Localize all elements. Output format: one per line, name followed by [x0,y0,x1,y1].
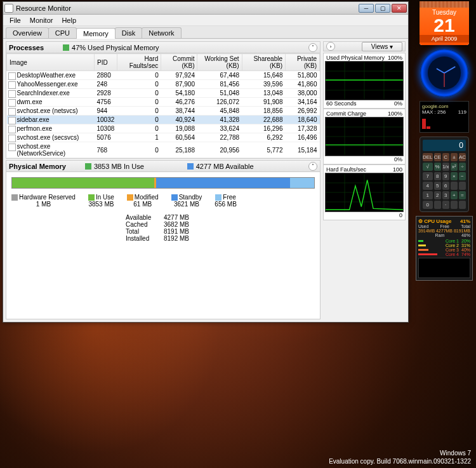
table-row[interactable]: svchost.exe (NetworkService)768025,18820… [7,142,320,158]
calc-key[interactable]: √ [423,163,433,171]
memory-stats: Available4277 MBCached3682 MBTotal8191 M… [126,214,315,242]
calc-key[interactable]: 9 [442,172,449,180]
in-use-indicator-icon [85,163,91,170]
column-header[interactable]: Image [7,54,95,71]
calendar-day: 21 [420,16,469,35]
cpu-usage-gadget[interactable]: ⚙ CPU Usage41% UsedFreeTotal 3914MB4277M… [416,216,473,281]
memory-usage-bar [11,177,315,189]
tab-cpu[interactable]: CPU [48,27,77,38]
column-header[interactable]: PID [95,54,117,71]
collapse-memory-button[interactable]: ˄ [308,162,317,171]
calendar-rings-icon [420,1,469,8]
calc-key[interactable]: 0 [423,201,433,209]
memory-legend: Hardware Reserved1 MBIn Use3853 MBModifi… [11,194,315,208]
close-button[interactable]: ✕ [392,4,407,13]
menu-help[interactable]: Help [58,16,80,25]
calc-key[interactable]: DEL [423,153,433,161]
memory-indicator-icon [63,44,69,51]
window-title: Resource Monitor [16,4,359,12]
processes-panel: Processes 47% Used Physical Memory ˄ Ima… [6,41,321,159]
collapse-graphs-button[interactable]: › [326,42,335,51]
calc-key[interactable]: % [434,163,441,171]
processes-title: Processes [9,44,44,51]
network-host: google.com [422,104,466,109]
tabbar: OverviewCPUMemoryDiskNetwork [3,26,408,39]
column-header[interactable]: Shareable (KB) [242,54,285,71]
memory-title: Physical Memory [9,163,66,170]
calendar-month: April 2009 [420,35,469,43]
menubar: File Monitor Help [3,15,408,26]
menu-monitor[interactable]: Monitor [26,16,57,25]
physical-memory-panel: Physical Memory 3853 MB In Use 4277 MB A… [6,160,321,319]
calc-key[interactable] [451,182,458,190]
clock-gadget[interactable] [420,49,468,97]
minimize-button[interactable]: ─ [359,4,374,13]
calc-key[interactable]: × [451,172,458,180]
windows-watermark: Windows 7 Evaluation copy. Build 7068.wi… [329,449,471,465]
calc-key[interactable]: CE [434,153,441,161]
calc-key[interactable]: AC [459,153,466,161]
table-row[interactable]: SearchIndexer.exe2928054,18051,04813,048… [7,89,320,98]
views-button[interactable]: Views ▾ [362,42,402,51]
graph-2: Hard Faults/sec1000 [323,164,406,220]
calculator-display: 0 [423,140,466,151]
calc-key[interactable] [459,182,466,190]
calc-key[interactable] [451,201,458,209]
column-header[interactable]: Hard Faults/sec [117,54,161,71]
calc-key[interactable]: · [442,201,449,209]
calc-key[interactable]: ÷ [459,163,466,171]
calc-key[interactable]: 8 [434,172,441,180]
calc-key[interactable]: ± [451,153,458,161]
processes-summary: 47% Used Physical Memory [72,44,159,51]
calc-key[interactable] [434,201,441,209]
available-label: 4277 MB Available [196,163,254,170]
processes-table[interactable]: ImagePIDHard Faults/secCommit (KB)Workin… [6,53,320,158]
calc-key[interactable]: 1 [423,191,433,199]
calc-key[interactable] [459,201,466,209]
table-row[interactable]: svchost.exe (secsvcs)5076160,56422,7886,… [7,133,320,142]
calculator-gadget[interactable]: 0 DELCEC±AC√%1/xx²÷789×−456123+=0· [420,137,469,212]
column-header[interactable]: Commit (KB) [161,54,197,71]
table-row[interactable]: DesktopWeather.exe2880097,92467,44815,64… [7,71,320,80]
calc-key[interactable]: 6 [442,182,449,190]
graph-0: Used Physical Memory100%60 Seconds0% [323,53,406,109]
menu-file[interactable]: File [6,16,25,25]
clock-minute-hand [444,66,456,74]
tab-network[interactable]: Network [142,27,181,38]
clock-second-hand [444,73,445,87]
resource-monitor-window: Resource Monitor ─ ▢ ✕ File Monitor Help… [3,1,409,323]
calendar-gadget[interactable]: Tuesday 21 April 2009 [420,1,469,45]
network-gadget[interactable]: google.com MAX : 256119 [420,101,469,133]
calc-key[interactable]: 1/x [442,163,449,171]
calc-key[interactable]: 7 [423,172,433,180]
in-use-label: 3853 MB In Use [94,163,144,170]
tab-memory[interactable]: Memory [76,28,116,39]
calc-key[interactable]: + [451,191,458,199]
table-row[interactable]: perfmon.exe10308019,08833,62416,29617,32… [7,124,320,133]
calc-key[interactable]: = [459,191,466,199]
table-row[interactable]: svchost.exe (netsvcs)944038,74445,84818,… [7,107,320,116]
desktop-sidebar: Tuesday 21 April 2009 google.com MAX : 2… [413,0,476,468]
collapse-processes-button[interactable]: ˄ [308,43,317,52]
calc-key[interactable]: C [442,153,449,161]
available-indicator-icon [187,163,194,170]
graph-1: Commit Charge100%0% [323,109,406,164]
titlebar[interactable]: Resource Monitor ─ ▢ ✕ [3,2,408,15]
maximize-button[interactable]: ▢ [375,4,390,13]
graphs-column: › Views ▾ Used Physical Memory100%60 Sec… [323,41,406,319]
calc-key[interactable]: x² [451,163,458,171]
calc-key[interactable]: − [459,172,466,180]
calc-key[interactable]: 3 [442,191,449,199]
column-header[interactable]: Working Set (KB) [197,54,242,71]
calc-key[interactable]: 2 [434,191,441,199]
calc-key[interactable]: 5 [434,182,441,190]
app-icon [4,4,13,13]
column-header[interactable]: Private (KB) [286,54,320,71]
table-row[interactable]: sidebar.exe10032040,92441,32822,68818,64… [7,116,320,124]
calc-key[interactable]: 4 [423,182,433,190]
table-row[interactable]: dwm.exe4756046,276126,07291,90834,164 [7,98,320,107]
network-bar [422,117,466,129]
table-row[interactable]: YahooMessenger.exe248087,90081,45639,596… [7,80,320,89]
tab-disk[interactable]: Disk [115,27,142,38]
tab-overview[interactable]: Overview [6,27,49,38]
